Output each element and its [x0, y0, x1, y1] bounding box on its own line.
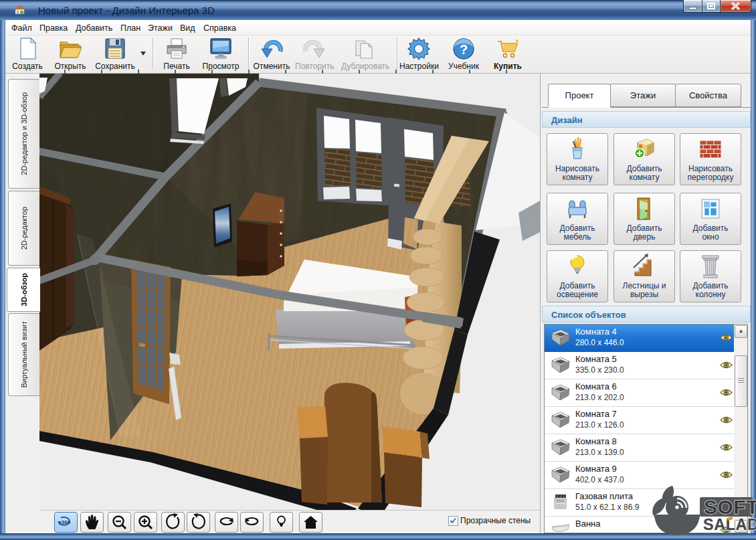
- svg-text:SOFT: SOFT: [704, 496, 756, 518]
- svg-text:360: 360: [62, 519, 71, 525]
- svg-text:?: ?: [460, 42, 468, 57]
